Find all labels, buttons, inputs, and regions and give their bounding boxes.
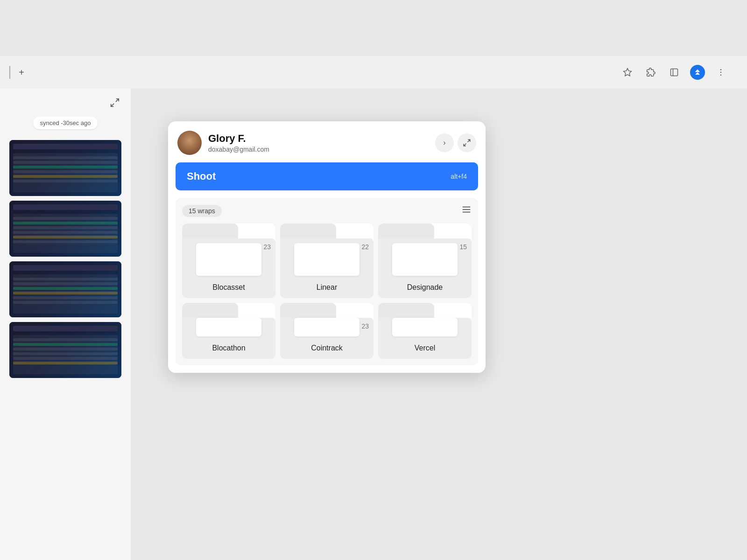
svg-point-5 bbox=[720, 75, 722, 76]
sync-badge: synced -30sec ago bbox=[33, 117, 97, 129]
wraps-badge: 15 wraps bbox=[182, 205, 222, 217]
user-header-actions: › bbox=[435, 133, 476, 152]
screenshots-grid bbox=[0, 140, 131, 560]
top-bar bbox=[0, 0, 747, 56]
star-icon[interactable] bbox=[620, 65, 635, 80]
folder-count-blocasset: 23 bbox=[263, 243, 271, 251]
screenshot-thumb[interactable] bbox=[9, 140, 121, 196]
wraps-section: 15 wraps 23 Blocasset bbox=[176, 198, 478, 365]
wraps-list-icon[interactable] bbox=[461, 204, 472, 217]
wraps-grid: 23 Blocasset 22 Linear 15 Designade bbox=[182, 224, 472, 359]
folder-blocasset[interactable]: 23 Blocasset bbox=[182, 224, 275, 298]
profile-icon[interactable] bbox=[690, 65, 705, 80]
svg-line-6 bbox=[116, 99, 119, 102]
svg-marker-0 bbox=[624, 69, 632, 76]
tab-add-button[interactable]: + bbox=[14, 65, 29, 80]
tab-bar: + bbox=[0, 56, 29, 89]
shoot-button[interactable]: Shoot alt+f4 bbox=[176, 162, 478, 190]
folder-name-designade: Designade bbox=[407, 283, 443, 292]
screenshot-thumb[interactable] bbox=[9, 322, 121, 378]
browser-chrome bbox=[0, 56, 747, 89]
menu-icon[interactable] bbox=[713, 65, 728, 80]
screenshot-thumb[interactable] bbox=[9, 201, 121, 257]
next-button[interactable]: › bbox=[435, 133, 454, 152]
svg-point-3 bbox=[720, 69, 722, 70]
screenshot-thumb[interactable] bbox=[9, 261, 121, 317]
folder-linear[interactable]: 22 Linear bbox=[280, 224, 374, 298]
expand-popup-button[interactable] bbox=[458, 133, 476, 152]
folder-name-linear: Linear bbox=[317, 283, 337, 292]
left-panel: synced -30sec ago bbox=[0, 89, 131, 560]
left-panel-header bbox=[106, 89, 123, 111]
sidebar-icon[interactable] bbox=[667, 65, 682, 80]
expand-icon[interactable] bbox=[106, 94, 123, 111]
avatar bbox=[177, 131, 202, 155]
folder-name-blocathon: Blocathon bbox=[212, 344, 245, 352]
user-name: Glory F. bbox=[208, 133, 269, 145]
tab-separator bbox=[9, 66, 10, 79]
user-info: Glory F. doxabay@gmail.com bbox=[177, 131, 269, 155]
main-popup: Glory F. doxabay@gmail.com › Shoot alt+f… bbox=[168, 121, 486, 373]
folder-count-linear: 22 bbox=[361, 243, 369, 251]
folder-name-vercel: Vercel bbox=[415, 344, 435, 352]
folder-name-blocasset: Blocasset bbox=[212, 283, 245, 292]
folder-designade[interactable]: 15 Designade bbox=[378, 224, 472, 298]
folder-cointrack[interactable]: 23 Cointrack bbox=[280, 303, 374, 359]
folder-blocathon[interactable]: Blocathon bbox=[182, 303, 275, 359]
user-email: doxabay@gmail.com bbox=[208, 146, 269, 153]
shoot-label: Shoot bbox=[187, 170, 216, 182]
wraps-header: 15 wraps bbox=[182, 204, 472, 217]
svg-line-9 bbox=[464, 144, 466, 146]
folder-count-designade: 15 bbox=[459, 243, 467, 251]
shoot-shortcut: alt+f4 bbox=[451, 173, 467, 180]
user-details: Glory F. doxabay@gmail.com bbox=[208, 133, 269, 153]
extensions-icon[interactable] bbox=[643, 65, 658, 80]
svg-rect-1 bbox=[671, 69, 678, 76]
folder-vercel[interactable]: Vercel bbox=[378, 303, 472, 359]
svg-line-7 bbox=[111, 104, 114, 106]
svg-line-8 bbox=[468, 140, 470, 142]
user-header: Glory F. doxabay@gmail.com › bbox=[168, 121, 486, 162]
folder-name-cointrack: Cointrack bbox=[311, 344, 343, 352]
folder-count-cointrack: 23 bbox=[361, 322, 369, 330]
svg-point-4 bbox=[720, 72, 722, 73]
